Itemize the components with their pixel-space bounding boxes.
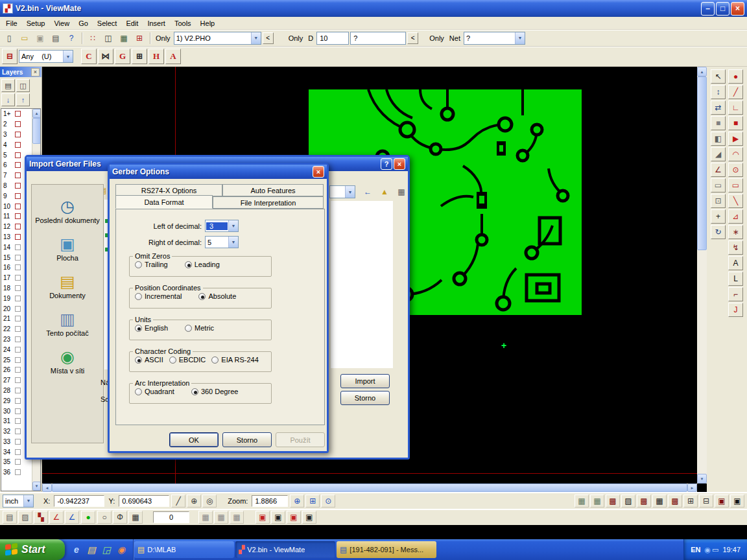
radio-ebcdic[interactable]: EBCDIC xyxy=(169,356,206,364)
left-of-decimal-select[interactable]: 3 ▼ xyxy=(205,220,239,232)
dot-grid-icon-2[interactable]: ▦ xyxy=(214,511,228,524)
pad-red2-icon[interactable]: ▣ xyxy=(287,511,301,524)
tab-auto-features[interactable]: Auto Features xyxy=(222,184,324,196)
x-coordinate-field[interactable]: -0.942237 xyxy=(54,495,104,507)
layer-color-box[interactable] xyxy=(15,152,21,158)
tray-display-icon[interactable]: ▭ xyxy=(712,546,718,554)
panel-icon[interactable]: ⊟ xyxy=(699,495,713,508)
pad-flash-icon[interactable]: ● xyxy=(728,69,743,84)
menu-insert[interactable]: Insert xyxy=(143,18,170,29)
explorer-icon[interactable]: ▤ xyxy=(86,544,97,555)
mirror-icon[interactable]: ◧ xyxy=(711,132,726,146)
layer-move-down-icon[interactable]: ↓ xyxy=(1,93,15,106)
vertical-scrollbar[interactable]: ▲ ▼ xyxy=(697,67,707,484)
status-led-icon[interactable]: ● xyxy=(81,511,95,524)
slant-icon[interactable]: ◢ xyxy=(711,147,726,161)
pattern-a-icon[interactable]: ▣ xyxy=(715,495,729,508)
angle-measure-icon[interactable]: ∠ xyxy=(711,163,726,177)
dropdown-arrow-icon[interactable]: ▼ xyxy=(515,32,525,44)
diagonal-measure-icon[interactable]: ╱ xyxy=(171,495,185,508)
draw-diagonal-icon[interactable]: ╲ xyxy=(728,194,743,208)
menu-view[interactable]: View xyxy=(49,18,74,29)
scroll-up-icon[interactable]: ▲ xyxy=(32,109,41,118)
positive-pattern-icon[interactable]: ▩ xyxy=(668,495,682,508)
zoom-in-icon[interactable]: ⊕ xyxy=(290,495,304,508)
layer-row-3[interactable]: 3 xyxy=(1,130,32,140)
layer-color-box[interactable] xyxy=(15,142,21,148)
checker-icon[interactable]: ▚ xyxy=(34,511,48,524)
scrollbar-thumb[interactable] xyxy=(32,118,41,144)
dropdown-arrow-icon[interactable]: ▼ xyxy=(345,186,355,198)
step-repeat-icon[interactable]: ⊞ xyxy=(683,495,698,508)
dropdown-arrow-icon[interactable]: ▼ xyxy=(251,32,261,44)
layer-color-box[interactable] xyxy=(15,213,21,219)
zoom-window-icon[interactable]: ⊞ xyxy=(305,495,320,508)
draw-star-icon[interactable]: ∗ xyxy=(728,225,743,239)
grid-toggle-icon[interactable]: ▦ xyxy=(128,511,143,524)
desktop-icon[interactable]: ◲ xyxy=(101,544,112,555)
hcode-icon[interactable]: H xyxy=(148,49,164,64)
ruler-icon[interactable]: ▭ xyxy=(711,178,726,192)
layer-color-box[interactable] xyxy=(15,162,21,168)
highlight-pads-icon[interactable]: ∷ xyxy=(86,32,100,45)
layer-color-box[interactable] xyxy=(15,255,21,261)
scroll-left-icon[interactable]: ◄ xyxy=(42,484,52,492)
back-icon[interactable]: ← xyxy=(361,185,374,198)
layer-color-box[interactable] xyxy=(15,296,21,301)
layer-color-box[interactable] xyxy=(15,111,21,117)
phi-aperture-icon[interactable]: Φ xyxy=(113,511,127,524)
aperture-table-icon[interactable]: ▦ xyxy=(575,495,589,508)
radio-ascii[interactable]: ASCII xyxy=(135,356,163,364)
layer-color-box[interactable] xyxy=(15,234,21,240)
layer-color-box[interactable] xyxy=(15,285,21,291)
aperture-filter-select[interactable]: Any (U) ▼ xyxy=(19,50,73,63)
file-select[interactable]: 1) V2.PHO ▼ xyxy=(174,32,261,45)
l-tool-icon[interactable]: L xyxy=(728,272,743,286)
order-swap-icon[interactable]: ↕ xyxy=(711,85,726,99)
radio-360-degree[interactable]: 360 Degree xyxy=(191,388,239,395)
scroll-up-icon[interactable]: ▲ xyxy=(697,67,707,76)
layer-color-box[interactable] xyxy=(15,398,21,404)
tab-file-interpretation[interactable]: File Interpretation xyxy=(213,196,324,209)
zoom-point-icon[interactable]: ⊙ xyxy=(321,495,335,508)
layer-color-box[interactable] xyxy=(15,132,21,137)
circle-aperture-icon[interactable]: ○ xyxy=(97,511,112,524)
aperture-panel-icon[interactable]: ⊟ xyxy=(2,49,18,64)
radio-incremental[interactable]: Incremental xyxy=(135,292,182,300)
layer-color-box[interactable] xyxy=(15,357,21,363)
birdseye-icon[interactable]: ⊞ xyxy=(132,32,147,45)
open-folder-icon[interactable]: ▭ xyxy=(18,32,32,45)
draw-arc-icon[interactable]: ◠ xyxy=(728,147,743,161)
views-icon[interactable]: ▦ xyxy=(395,185,408,198)
angle-red-icon[interactable]: ∠ xyxy=(49,511,64,524)
radio-metric[interactable]: Metric xyxy=(185,324,214,332)
dropdown-arrow-icon[interactable]: ▼ xyxy=(63,51,73,62)
place-documents[interactable]: ▤Dokumenty xyxy=(34,273,101,299)
layer-color-box[interactable] xyxy=(15,172,21,178)
place-network[interactable]: ◉Místa v síti xyxy=(34,348,101,375)
menu-edit[interactable]: Edit xyxy=(121,18,143,29)
layers-close-icon[interactable]: × xyxy=(31,68,40,76)
dcode-table-icon[interactable]: ▦ xyxy=(590,495,604,508)
layer-row-4[interactable]: 4 xyxy=(1,139,32,150)
layer-color-box[interactable] xyxy=(15,193,21,199)
pad-red-icon[interactable]: ▣ xyxy=(255,511,270,524)
layer-color-box[interactable] xyxy=(15,449,21,455)
layer-row-1[interactable]: 1+ xyxy=(1,109,32,119)
radio-leading[interactable]: Leading xyxy=(185,261,220,268)
language-indicator[interactable]: EN xyxy=(691,546,700,554)
text-aperture-icon[interactable]: A xyxy=(165,49,181,64)
dropdown-arrow-icon[interactable]: ▼ xyxy=(23,495,33,507)
j-tool-icon[interactable]: J xyxy=(728,303,743,317)
layer-row-36[interactable]: 36 xyxy=(1,467,32,478)
region-icon[interactable]: ⊡ xyxy=(711,194,726,208)
layer-color-box[interactable] xyxy=(15,408,21,414)
layer-color-box[interactable] xyxy=(15,459,21,465)
radio-eia-rs-244[interactable]: EIA RS-244 xyxy=(211,356,258,364)
y-coordinate-field[interactable]: 0.690643 xyxy=(119,495,169,507)
center-target-icon[interactable]: ⊕ xyxy=(187,495,201,508)
dcode-c-icon[interactable]: C xyxy=(81,49,97,64)
layer-row-2[interactable]: 2 xyxy=(1,119,32,130)
layer-color-box[interactable] xyxy=(15,244,21,250)
only-net-toggle[interactable]: Only xyxy=(427,34,446,43)
